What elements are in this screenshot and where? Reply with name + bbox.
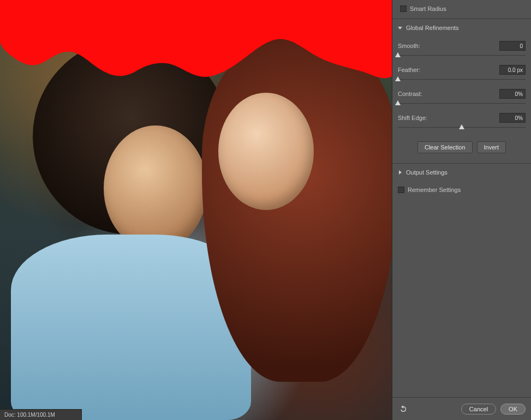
image-content — [0, 0, 392, 420]
smart-radius-checkbox[interactable] — [400, 5, 407, 12]
shift-edge-row: Shift Edge: — [398, 113, 526, 123]
panel-scroll: Smart Radius Global Refinements Smooth: — [392, 0, 531, 397]
feather-row: Feather: — [398, 65, 526, 75]
remember-settings-row[interactable]: Remember Settings — [392, 184, 531, 197]
document-status-bar: Doc: 100.1M/100.1M — [0, 409, 82, 420]
refinement-buttons: Clear Selection Invert — [398, 137, 526, 155]
cancel-button[interactable]: Cancel — [461, 404, 496, 415]
document-canvas[interactable]: Doc: 100.1M/100.1M — [0, 0, 392, 420]
chevron-down-icon — [398, 26, 403, 31]
feather-label: Feather: — [398, 67, 499, 73]
divider — [392, 163, 531, 164]
ok-button[interactable]: OK — [500, 404, 526, 415]
smooth-slider[interactable] — [398, 52, 526, 59]
properties-panel: Smart Radius Global Refinements Smooth: — [392, 0, 531, 420]
smooth-slider-thumb[interactable] — [395, 52, 401, 57]
contrast-row: Contrast: — [398, 89, 526, 99]
contrast-slider-thumb[interactable] — [395, 100, 401, 105]
shift-edge-slider[interactable] — [398, 124, 526, 131]
smooth-value[interactable] — [499, 41, 526, 51]
doc-info-text: Doc: 100.1M/100.1M — [4, 412, 55, 418]
smooth-row: Smooth: — [398, 41, 526, 51]
hair-red — [202, 33, 392, 382]
remember-settings-label: Remember Settings — [408, 187, 461, 193]
divider — [392, 19, 531, 19]
shift-edge-slider-thumb[interactable] — [459, 124, 464, 129]
contrast-label: Contrast: — [398, 91, 499, 97]
panel-footer: Cancel OK — [392, 397, 531, 420]
smart-radius-row[interactable]: Smart Radius — [392, 3, 531, 16]
invert-button[interactable]: Invert — [477, 141, 506, 153]
smart-radius-label: Smart Radius — [410, 5, 446, 12]
feather-slider-thumb[interactable] — [395, 76, 401, 81]
shift-edge-value[interactable] — [499, 113, 526, 123]
output-settings-header[interactable]: Output Settings — [392, 166, 531, 179]
output-settings-title: Output Settings — [406, 169, 448, 176]
slider-line — [398, 55, 526, 56]
feather-slider[interactable] — [398, 76, 526, 83]
app-root: Doc: 100.1M/100.1M Smart Radius Global R… — [0, 0, 531, 420]
slider-line — [398, 79, 526, 80]
contrast-value[interactable] — [499, 89, 526, 99]
undo-icon — [399, 405, 408, 413]
remember-settings-checkbox[interactable] — [398, 187, 404, 193]
clear-selection-button[interactable]: Clear Selection — [417, 141, 473, 153]
contrast-slider[interactable] — [398, 100, 526, 107]
reset-button[interactable] — [398, 404, 409, 415]
global-refinements-title: Global Refinements — [406, 25, 459, 31]
feather-value[interactable] — [499, 65, 526, 75]
slider-line — [398, 103, 526, 104]
smooth-label: Smooth: — [398, 43, 499, 49]
chevron-right-icon — [398, 170, 403, 175]
face-left — [104, 125, 207, 251]
face-right — [218, 93, 314, 210]
global-refinements-section: Smooth: Feather: Contr — [392, 34, 531, 161]
shift-edge-label: Shift Edge: — [398, 115, 499, 121]
global-refinements-header[interactable]: Global Refinements — [392, 21, 531, 34]
